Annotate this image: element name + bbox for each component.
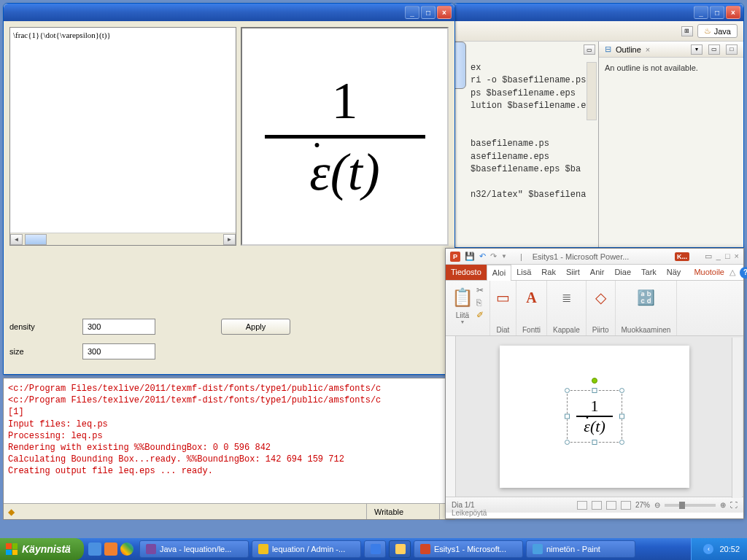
find-icon[interactable]: 🔡 <box>637 284 655 311</box>
font-group[interactable]: A Fontti <box>516 281 547 335</box>
help-icon[interactable]: ? <box>740 267 747 279</box>
size-input[interactable] <box>82 343 155 359</box>
maximize-view-icon[interactable]: □ <box>726 44 738 55</box>
qat-dropdown-icon[interactable]: ▼ <box>501 253 507 260</box>
resize-handle[interactable] <box>565 440 570 445</box>
format-painter-icon[interactable]: ✐ <box>476 310 484 320</box>
slide-scrollbar[interactable] <box>732 338 742 498</box>
open-perspective-icon[interactable]: ⊞ <box>681 26 693 36</box>
outline-tab-label: Outline <box>616 45 641 54</box>
window-max-icon[interactable]: □ <box>725 252 730 261</box>
slideshow-view-icon[interactable] <box>621 501 631 510</box>
window-close-icon[interactable]: × <box>735 252 739 261</box>
zoom-thumb[interactable] <box>679 502 685 509</box>
editor-text[interactable]: ex ri -o $basefilename.ps ps $basefilena… <box>453 42 598 204</box>
resize-handle[interactable] <box>592 440 597 445</box>
eclipse-editor[interactable]: ▭ ex ri -o $basefilename.ps ps $basefile… <box>453 42 599 247</box>
slides-group[interactable]: ▭ Diat <box>490 281 516 335</box>
vlc-icon[interactable] <box>104 542 117 556</box>
editor-min-icon[interactable]: ▭ <box>584 44 595 55</box>
outline-tab[interactable]: ⊟ Outline × ▾ ▭ □ <box>599 42 743 58</box>
resize-handle[interactable] <box>619 388 624 393</box>
tab-slideshow[interactable]: Diae <box>609 265 636 280</box>
java-perspective-button[interactable]: ♨ Java <box>697 24 738 38</box>
resize-handle[interactable] <box>565 388 570 393</box>
scroll-right-icon[interactable]: ► <box>223 234 236 245</box>
scrollbar[interactable] <box>587 62 597 120</box>
start-button[interactable]: Käynnistä <box>0 538 84 560</box>
minimize-ribbon-icon[interactable]: ▭ <box>705 252 712 261</box>
selected-object[interactable]: 1 ε·(t) <box>567 390 622 443</box>
rotate-handle[interactable] <box>592 378 597 384</box>
close-tab-icon[interactable]: × <box>646 45 650 54</box>
tab-view[interactable]: Näy <box>662 265 686 280</box>
shapes-icon[interactable]: ◇ <box>595 284 606 311</box>
taskbar-task[interactable]: Esitys1 - Microsoft... <box>414 540 523 558</box>
scroll-thumb[interactable] <box>25 234 47 245</box>
tray-expand-icon[interactable]: ‹ <box>703 544 713 554</box>
tab-file[interactable]: Tiedosto <box>446 265 487 280</box>
zoom-out-icon[interactable]: ⊖ <box>654 501 660 509</box>
resize-handle[interactable] <box>619 440 624 445</box>
resize-handle[interactable] <box>619 414 624 419</box>
taskbar: Käynnistä Java - lequation/le...lequatio… <box>0 538 747 560</box>
tab-animations[interactable]: Anir <box>585 265 610 280</box>
close-button[interactable]: × <box>437 6 452 19</box>
zoom-in-icon[interactable]: ⊕ <box>720 501 726 509</box>
slide-thumbnails-panel[interactable] <box>446 336 456 497</box>
console-output[interactable]: <c:/Program Files/texlive/2011/texmf-dis… <box>4 378 454 482</box>
density-input[interactable] <box>82 319 155 335</box>
clock[interactable]: 20:52 <box>719 545 740 553</box>
redo-icon[interactable]: ↷ <box>490 252 497 261</box>
sorter-view-icon[interactable] <box>592 501 602 510</box>
minimize-button[interactable]: _ <box>405 6 419 19</box>
tab-insert[interactable]: Lisä <box>511 265 536 280</box>
taskbar-task[interactable] <box>364 540 386 558</box>
tab-transitions[interactable]: Siirt <box>561 265 585 280</box>
minimize-button[interactable]: _ <box>694 6 708 19</box>
maximize-button[interactable]: □ <box>421 6 436 19</box>
editing-group[interactable]: 🔡 Muokkaaminen <box>616 281 678 335</box>
reading-view-icon[interactable] <box>606 501 616 510</box>
ribbon-toggle-icon[interactable]: △ <box>729 268 735 277</box>
paste-icon[interactable]: 📋 <box>452 284 473 311</box>
save-icon[interactable]: 💾 <box>465 252 475 261</box>
powerpoint-icon: P <box>450 252 460 262</box>
maximize-button[interactable]: □ <box>710 6 724 19</box>
ribbon-tabs: Tiedosto Aloi Lisä Rak Siirt Anir Diae T… <box>446 265 743 281</box>
minimize-view-icon[interactable]: ▭ <box>708 44 720 55</box>
taskbar-task[interactable]: lequation / Admin -... <box>252 540 361 558</box>
horizontal-scrollbar[interactable]: ◄ ► <box>10 233 236 245</box>
normal-view-icon[interactable] <box>577 501 587 510</box>
tab-format[interactable]: Muotoile <box>689 265 729 280</box>
tab-home[interactable]: Aloi <box>487 265 511 281</box>
chrome-icon[interactable] <box>120 542 133 556</box>
fit-window-icon[interactable]: ⛶ <box>730 501 738 509</box>
slide[interactable]: 1 ε·(t) <box>500 346 689 488</box>
latex-input[interactable]: \frac{1}{\dot{\varepsilon}(t)} ◄ ► <box>9 27 236 246</box>
cut-icon[interactable]: ✂ <box>476 285 484 295</box>
drawing-group[interactable]: ◇ Piirto <box>587 281 616 335</box>
view-menu-icon[interactable]: ▾ <box>691 44 703 55</box>
scroll-left-icon[interactable]: ◄ <box>10 234 23 245</box>
tab-review[interactable]: Tark <box>636 265 662 280</box>
new-slide-icon[interactable]: ▭ <box>496 284 510 311</box>
window-min-icon[interactable]: _ <box>716 252 721 261</box>
ppt-title-text: Esitys1 - Microsoft Power... <box>533 252 630 261</box>
taskbar-task[interactable]: nimetön - Paint <box>526 540 635 558</box>
slide-canvas[interactable]: 1 ε·(t) <box>446 336 743 497</box>
ie-icon[interactable] <box>88 542 101 556</box>
paragraph-icon[interactable]: ≣ <box>562 284 571 311</box>
resize-handle[interactable] <box>565 414 570 419</box>
font-icon[interactable]: A <box>526 284 536 311</box>
taskbar-task[interactable] <box>389 540 411 558</box>
apply-button[interactable]: Apply <box>221 319 290 335</box>
undo-icon[interactable]: ↶ <box>479 252 486 261</box>
copy-icon[interactable]: ⎘ <box>476 298 484 308</box>
paragraph-group[interactable]: ≣ Kappale <box>547 281 587 335</box>
taskbar-task[interactable]: Java - lequation/le... <box>139 540 249 558</box>
resize-handle[interactable] <box>592 388 597 393</box>
tab-design[interactable]: Rak <box>536 265 561 280</box>
zoom-slider[interactable] <box>665 504 716 507</box>
close-button[interactable]: × <box>726 6 740 19</box>
